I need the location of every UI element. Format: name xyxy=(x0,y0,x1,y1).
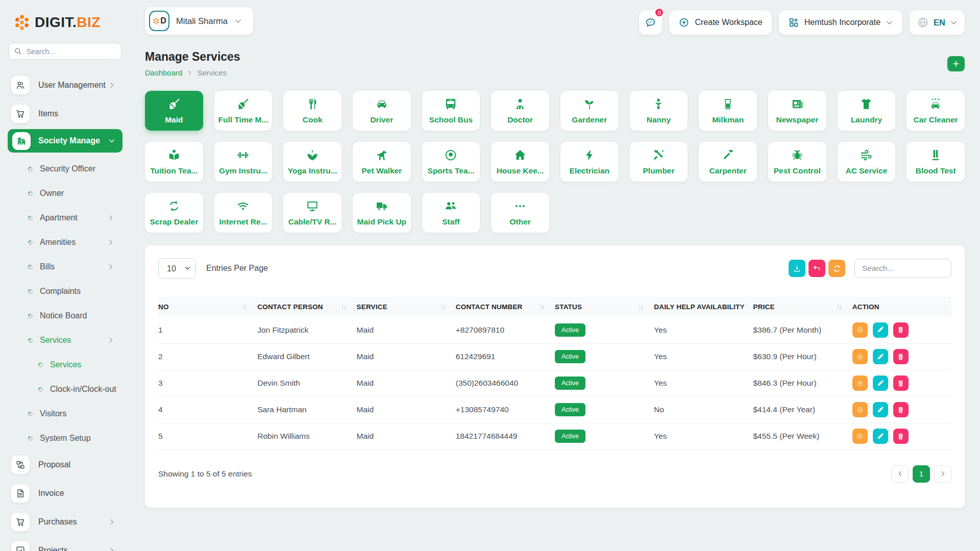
column-header[interactable]: STATUS xyxy=(555,297,654,317)
refresh-button[interactable] xyxy=(828,260,845,277)
table-search-input[interactable] xyxy=(854,259,951,278)
service-tile[interactable]: Milkman xyxy=(699,91,757,131)
export-button[interactable] xyxy=(789,260,805,277)
view-button[interactable] xyxy=(852,429,868,444)
view-button[interactable] xyxy=(852,375,868,391)
sidebar-subitem[interactable]: Services xyxy=(9,353,122,377)
sidebar-subitem[interactable]: Security Officer xyxy=(9,157,122,181)
add-service-button[interactable] xyxy=(947,56,965,71)
service-tile[interactable]: Internet Re... xyxy=(214,193,273,233)
sidebar-item[interactable]: Projects xyxy=(9,536,122,551)
sort-icon[interactable] xyxy=(241,304,248,311)
edit-button[interactable] xyxy=(873,375,888,391)
service-tile[interactable]: Laundry xyxy=(838,91,896,131)
service-tile[interactable]: Maid xyxy=(145,91,203,131)
service-tile[interactable]: Staff xyxy=(422,193,480,233)
sidebar-item-society-manage[interactable]: Society Manage xyxy=(8,129,122,153)
service-tile[interactable]: Pest Control xyxy=(768,142,826,182)
sidebar-subitem[interactable]: Visitors xyxy=(9,402,122,426)
company-selector[interactable]: Hemtush Incorporate xyxy=(779,10,902,35)
service-tile[interactable]: Pet Walker xyxy=(353,142,411,182)
service-tile[interactable]: Nanny xyxy=(630,91,688,131)
workspace-grid-icon xyxy=(788,17,799,28)
sidebar-subitem[interactable]: Amenities xyxy=(9,230,122,255)
sidebar-subitem[interactable]: Owner xyxy=(9,181,122,206)
view-button[interactable] xyxy=(852,349,868,364)
view-button[interactable] xyxy=(852,402,868,417)
service-tile[interactable]: School Bus xyxy=(422,91,480,131)
prev-page-button[interactable] xyxy=(891,465,909,483)
sidebar-subitem[interactable]: System Setup xyxy=(9,426,122,450)
column-header[interactable]: DAILY HELP AVAILABILITY xyxy=(654,297,753,317)
undo-button[interactable] xyxy=(808,260,825,277)
service-tile[interactable]: Carpenter xyxy=(699,142,757,182)
service-tile[interactable]: Scrap Dealer xyxy=(145,193,203,233)
service-tile[interactable]: Yoga Instru... xyxy=(283,142,341,182)
service-tile[interactable]: Blood Test xyxy=(906,142,965,182)
service-tile[interactable]: Cook xyxy=(283,91,341,131)
delete-button[interactable] xyxy=(893,429,909,444)
service-tile-icon xyxy=(652,97,665,111)
sort-icon[interactable] xyxy=(836,304,843,311)
service-tile[interactable]: Electrician xyxy=(560,142,619,182)
sidebar-item[interactable]: Proposal xyxy=(9,450,122,479)
sidebar-search-input[interactable] xyxy=(9,43,121,60)
service-tile[interactable]: Gardener xyxy=(560,91,619,131)
sidebar-item[interactable]: Items xyxy=(9,99,122,128)
service-tile[interactable]: House Kee... xyxy=(491,142,549,182)
sidebar-subitem[interactable]: Apartment xyxy=(9,206,122,230)
service-tile[interactable]: Driver xyxy=(353,91,411,131)
sidebar-item[interactable]: Purchases xyxy=(9,508,122,536)
service-tile[interactable]: Maid Pick Up xyxy=(353,193,411,233)
service-tile[interactable]: Full Time M... xyxy=(214,91,273,131)
entries-summary: Showing 1 to 5 of 5 entries xyxy=(158,469,252,479)
sidebar-subitem[interactable]: Services xyxy=(9,328,122,353)
column-header[interactable]: PRICE xyxy=(753,297,852,317)
sidebar-subitem-label: Clock-in/Clock-out xyxy=(50,385,116,394)
service-tile[interactable]: Car Cleaner xyxy=(906,91,965,131)
service-tile[interactable]: Newspaper xyxy=(768,91,826,131)
app-logo[interactable]: DIGIT.BIZ xyxy=(13,12,122,33)
sidebar-subitem[interactable]: Notice Board xyxy=(9,304,122,328)
sidebar-subitem[interactable]: Bills xyxy=(9,255,122,279)
sort-icon[interactable] xyxy=(538,304,546,311)
entries-per-page-select[interactable]: 10 xyxy=(158,258,196,279)
sidebar-item[interactable]: Invoice xyxy=(9,479,122,508)
user-menu[interactable]: D Mitali Sharma xyxy=(145,7,253,35)
sidebar-subitem[interactable]: Clock-in/Clock-out xyxy=(9,377,122,402)
breadcrumb-dashboard[interactable]: Dashboard xyxy=(145,68,182,77)
column-header[interactable]: CONTACT PERSON xyxy=(257,297,356,317)
sidebar-item[interactable]: User Management xyxy=(9,71,122,99)
edit-button[interactable] xyxy=(873,322,888,338)
edit-button[interactable] xyxy=(873,402,888,417)
column-header[interactable]: CONTACT NUMBER xyxy=(456,297,555,317)
service-tile[interactable]: AC Service xyxy=(838,142,896,182)
delete-button[interactable] xyxy=(893,402,909,417)
notifications-button[interactable]: 0 xyxy=(639,10,662,35)
service-tile[interactable]: Cable/TV R... xyxy=(283,193,341,233)
sort-icon[interactable] xyxy=(638,304,645,311)
service-tile[interactable]: Doctor xyxy=(491,91,549,131)
sort-icon[interactable] xyxy=(439,304,447,311)
service-tile[interactable]: Other xyxy=(491,193,549,233)
service-tile[interactable]: Plumber xyxy=(630,142,688,182)
edit-button[interactable] xyxy=(873,349,888,364)
column-header[interactable]: NO xyxy=(158,297,257,317)
service-tile[interactable]: Sports Tea... xyxy=(422,142,480,182)
language-selector[interactable]: EN xyxy=(910,10,965,35)
view-button[interactable] xyxy=(852,322,868,338)
next-page-button[interactable] xyxy=(934,465,951,483)
delete-button[interactable] xyxy=(893,375,909,391)
column-header[interactable]: ACTION xyxy=(852,297,951,317)
page-number-button[interactable]: 1 xyxy=(913,465,930,483)
sort-icon[interactable] xyxy=(737,304,744,311)
service-tile[interactable]: Tuition Tea... xyxy=(145,142,203,182)
sort-icon[interactable] xyxy=(340,304,348,311)
create-workspace-button[interactable]: Create Workspace xyxy=(669,10,771,35)
edit-button[interactable] xyxy=(873,429,888,444)
column-header[interactable]: SERVICE xyxy=(357,297,456,317)
sidebar-subitem[interactable]: Complaints xyxy=(9,279,122,304)
delete-button[interactable] xyxy=(893,322,909,338)
delete-button[interactable] xyxy=(893,349,909,364)
service-tile[interactable]: Gym Instru... xyxy=(214,142,273,182)
